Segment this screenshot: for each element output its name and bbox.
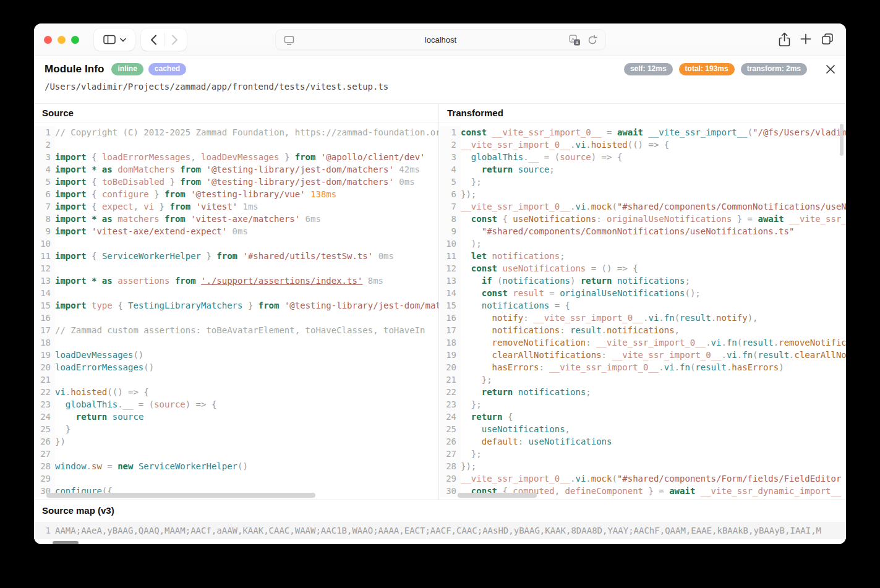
line-number: 21 — [34, 373, 55, 386]
code-line: 9 "#shared/components/CommonNotification… — [440, 225, 846, 237]
code-line: 20 hasErrors: __vite_ssr_import_0__.vi.f… — [440, 361, 846, 373]
code-text: import { expect, vi } from 'vitest' 1ms — [55, 200, 438, 213]
code-text: globalThis.__ = (source) => { — [55, 398, 438, 411]
code-text: return notifications; — [461, 386, 846, 398]
code-text: globalThis.__ = (source) => { — [461, 151, 846, 163]
code-line: 15import type { TestingLibraryMatchers }… — [34, 299, 438, 312]
code-text: import * as assertions from './support/a… — [55, 275, 438, 287]
code-line: 10 ); — [440, 237, 846, 250]
code-text: import type { TestingLibraryMatchers } f… — [55, 299, 438, 312]
line-number: 4 — [440, 163, 461, 176]
code-line: 26}) — [34, 435, 438, 448]
line-number: 9 — [440, 225, 461, 237]
line-number: 20 — [34, 361, 55, 373]
tab-overview-icon[interactable] — [821, 32, 834, 46]
code-line: 19 clearAllNotifications: __vite_ssr_imp… — [440, 349, 846, 361]
code-text — [55, 312, 438, 324]
browser-window: localhost A a — [34, 23, 846, 544]
code-text: return source — [55, 411, 438, 423]
address-bar[interactable]: localhost A a — [275, 29, 606, 50]
cached-badge: cached — [148, 63, 186, 75]
traffic-minimize-button[interactable] — [58, 36, 66, 44]
code-text: loadDevMessages() — [55, 349, 438, 361]
line-number: 2 — [34, 138, 55, 151]
code-text: import { ServiceWorkerHelper } from '#sh… — [55, 250, 438, 262]
code-text: const useNotifications = () => { — [461, 262, 846, 275]
code-text: if (notifications) return notifications; — [461, 275, 846, 287]
code-line: 21 }; — [440, 373, 846, 386]
line-number: 6 — [34, 188, 55, 200]
line-number: 18 — [440, 336, 461, 349]
back-icon[interactable] — [150, 35, 164, 45]
reload-icon[interactable] — [587, 35, 598, 46]
code-text: notifications: result.notifications, — [461, 324, 846, 336]
line-number: 3 — [34, 151, 55, 163]
code-line: 18 removeNotification: __vite_ssr_import… — [440, 336, 846, 349]
line-number: 19 — [34, 349, 55, 361]
code-text: let notifications; — [461, 250, 846, 262]
line-number: 22 — [440, 386, 461, 398]
line-number: 19 — [440, 349, 461, 361]
line-number: 7 — [440, 200, 461, 213]
line-number: 8 — [34, 213, 55, 225]
code-line: 16 notify: __vite_ssr_import_0__.vi.fn(r… — [440, 312, 846, 324]
code-text: import { loadErrorMessages, loadDevMessa… — [55, 151, 438, 163]
new-tab-icon[interactable] — [800, 33, 811, 45]
vertical-scrollbar[interactable] — [840, 124, 844, 156]
code-text: removeNotification: __vite_ssr_import_0_… — [461, 336, 846, 349]
traffic-zoom-button[interactable] — [71, 36, 79, 44]
code-text: // Zammad custom assertions: toBeAvatarE… — [55, 324, 438, 336]
code-text: import { toBeDisabled } from '@testing-l… — [55, 176, 438, 188]
traffic-close-button[interactable] — [44, 36, 52, 44]
code-text — [55, 448, 438, 460]
module-link[interactable]: './support/assertions/index.ts' — [201, 276, 362, 286]
code-line: 7import { expect, vi } from 'vitest' 1ms — [34, 200, 438, 213]
line-number: 14 — [440, 287, 461, 299]
line-number: 27 — [440, 448, 461, 460]
code-line: 2 — [34, 138, 438, 151]
code-line: 15 notifications = { — [440, 299, 846, 312]
code-line: 27 }; — [440, 448, 846, 460]
source-code[interactable]: 1// Copyright (C) 2012-2025 Zammad Found… — [34, 122, 439, 500]
translate-icon[interactable]: A a — [569, 35, 581, 46]
line-number: 21 — [440, 373, 461, 386]
code-line: 1const __vite_ssr_import_0__ = await __v… — [440, 126, 846, 138]
code-line: 25 useNotifications, — [440, 423, 846, 435]
code-line: 17// Zammad custom assertions: toBeAvata… — [34, 324, 438, 336]
code-line: 4 return source; — [440, 163, 846, 176]
line-number: 12 — [34, 262, 55, 275]
code-text — [55, 472, 438, 485]
code-line: 11import { ServiceWorkerHelper } from '#… — [34, 250, 438, 262]
code-line: 22 return notifications; — [440, 386, 846, 398]
code-text: const result = originalUseNotifications(… — [461, 287, 846, 299]
line-number: 18 — [34, 336, 55, 349]
code-text: import { configure } from '@testing-libr… — [55, 188, 438, 200]
transformed-hscrollbar[interactable] — [458, 493, 537, 498]
code-text: import * as matchers from 'vitest-axe/ma… — [55, 213, 438, 225]
code-line: 23 }; — [440, 398, 846, 411]
code-line: 24 return { — [440, 411, 846, 423]
code-text: __vite_ssr_import_0__.vi.mock("#shared/c… — [461, 472, 846, 485]
forward-icon[interactable] — [164, 35, 178, 45]
code-text: const { useNotifications: originalUseNot… — [461, 213, 846, 225]
sourcemap-hscrollbar[interactable] — [53, 541, 79, 544]
code-line: 8import * as matchers from 'vitest-axe/m… — [34, 213, 438, 225]
code-text: }); — [461, 460, 846, 472]
sidebar-icon — [103, 35, 116, 45]
code-text: // Copyright (C) 2012-2025 Zammad Founda… — [55, 126, 438, 138]
code-line: 29 — [34, 472, 438, 485]
sidebar-toggle-button[interactable] — [94, 28, 135, 51]
code-line: 19loadDevMessages() — [34, 349, 438, 361]
code-text: loadErrorMessages() — [55, 361, 438, 373]
transformed-code[interactable]: 1const __vite_ssr_import_0__ = await __v… — [440, 122, 846, 500]
line-number: 11 — [440, 250, 461, 262]
code-line: 16 — [34, 312, 438, 324]
line-number: 12 — [440, 262, 461, 275]
code-line: 12 — [34, 262, 438, 275]
share-icon[interactable] — [778, 32, 791, 47]
code-line: 3 globalThis.__ = (source) => { — [440, 151, 846, 163]
line-number: 4 — [34, 163, 55, 176]
close-icon[interactable] — [824, 63, 837, 75]
source-hscrollbar[interactable] — [46, 493, 315, 498]
nav-buttons — [141, 28, 187, 51]
